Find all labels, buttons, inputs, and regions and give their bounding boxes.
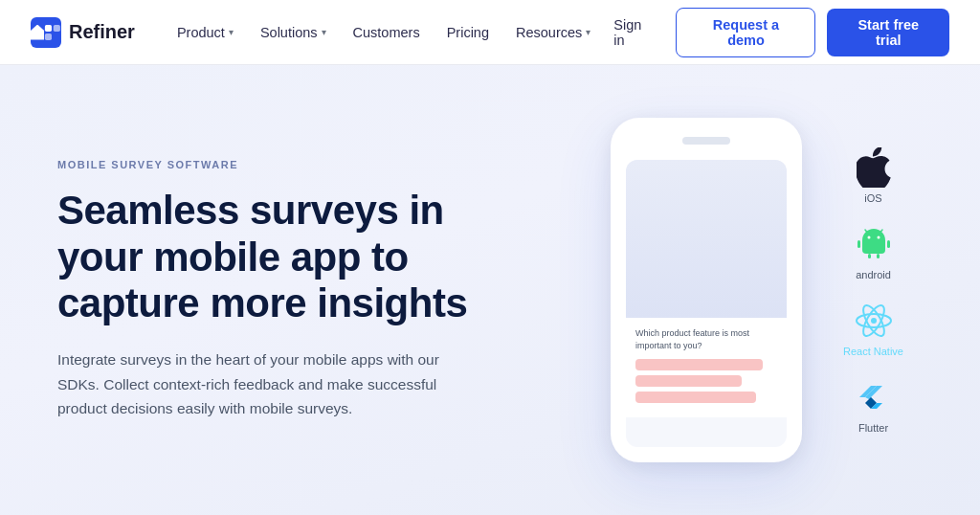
phone-survey-area: Which product feature is most important … <box>626 318 787 417</box>
request-demo-button[interactable]: Request a demo <box>676 8 815 57</box>
product-chevron-icon: ▾ <box>229 27 234 37</box>
flutter-icon <box>853 376 895 418</box>
platform-react-native: React Native <box>843 300 903 357</box>
hero-description: Integrate surveys in the heart of your m… <box>57 347 440 421</box>
svg-rect-4 <box>877 254 880 258</box>
navbar: Refiner Product ▾ Solutions ▾ Customers … <box>0 0 980 65</box>
nav-solutions[interactable]: Solutions ▾ <box>249 17 338 48</box>
platform-flutter: Flutter <box>853 376 895 434</box>
phone-screen: Which product feature is most important … <box>626 160 787 447</box>
react-native-label: React Native <box>843 346 903 357</box>
android-icon <box>853 223 895 265</box>
svg-point-5 <box>867 236 870 239</box>
hero-eyebrow: MOBILE SURVEY SOFTWARE <box>57 159 490 170</box>
platform-android: android <box>853 223 895 280</box>
nav-pricing[interactable]: Pricing <box>435 17 501 48</box>
solutions-chevron-icon: ▾ <box>322 27 326 37</box>
survey-option-1 <box>635 359 763 370</box>
phone-content-top <box>626 160 787 318</box>
logo-icon <box>31 17 61 48</box>
svg-rect-1 <box>54 24 60 31</box>
ios-label: iOS <box>864 192 881 204</box>
phone-frame: Which product feature is most important … <box>611 118 802 462</box>
react-native-icon <box>853 300 895 342</box>
nav-resources[interactable]: Resources ▾ <box>504 17 602 48</box>
phone-mockup: Which product feature is most important … <box>611 118 802 462</box>
svg-rect-0 <box>45 24 52 31</box>
logo[interactable]: Refiner <box>31 17 135 48</box>
sign-in-link[interactable]: Sign in <box>602 10 664 56</box>
android-label: android <box>856 269 891 280</box>
nav-customers[interactable]: Customers <box>342 17 432 48</box>
brand-name: Refiner <box>69 21 135 43</box>
survey-option-2 <box>635 375 742 387</box>
survey-option-3 <box>635 392 756 403</box>
svg-rect-8 <box>887 240 890 248</box>
platform-ios: iOS <box>853 146 895 204</box>
hero-content-left: MOBILE SURVEY SOFTWARE Seamless surveys … <box>57 159 490 421</box>
nav-right: Sign in Request a demo Start free trial <box>602 8 949 57</box>
svg-rect-3 <box>868 254 871 258</box>
flutter-label: Flutter <box>858 422 888 434</box>
start-trial-button[interactable]: Start free trial <box>827 9 949 56</box>
survey-question-text: Which product feature is most important … <box>635 327 777 351</box>
resources-chevron-icon: ▾ <box>586 27 590 37</box>
hero-title: Seamless surveys in your mobile app to c… <box>57 188 490 326</box>
svg-rect-2 <box>45 33 52 39</box>
ios-icon <box>853 146 895 189</box>
hero-section: MOBILE SURVEY SOFTWARE Seamless surveys … <box>0 65 980 515</box>
platform-icons: iOS <box>843 146 903 434</box>
svg-rect-7 <box>858 240 860 248</box>
svg-point-14 <box>871 318 877 324</box>
nav-product[interactable]: Product ▾ <box>166 17 245 48</box>
hero-content-right: Which product feature is most important … <box>490 65 923 515</box>
nav-links: Product ▾ Solutions ▾ Customers Pricing … <box>166 17 602 48</box>
svg-point-6 <box>877 236 880 239</box>
phone-notch <box>682 137 730 145</box>
